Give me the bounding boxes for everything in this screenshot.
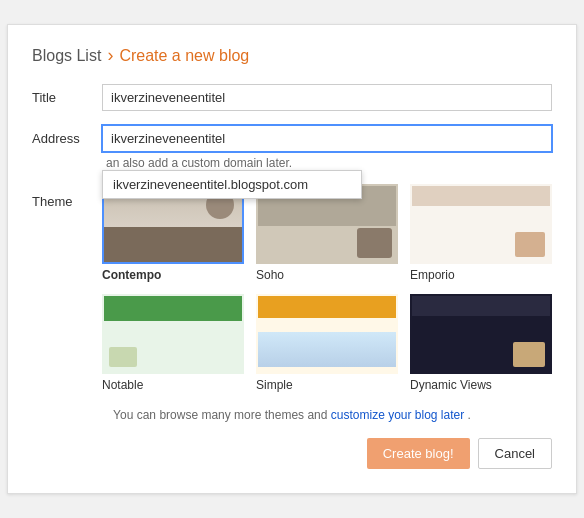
theme-thumbnail-emporio [410, 184, 552, 264]
cancel-button[interactable]: Cancel [478, 438, 552, 469]
address-input[interactable] [102, 125, 552, 152]
breadcrumb-parent: Blogs List [32, 47, 101, 65]
theme-grid: Contempo Soho Emporio Notable Simple Dyn [102, 184, 552, 392]
theme-name-emporio: Emporio [410, 268, 552, 282]
address-label: Address [32, 125, 102, 146]
title-input[interactable] [102, 84, 552, 111]
theme-label: Theme [32, 184, 102, 209]
address-field-container: ikverzineveneentitel.blogspot.com an als… [102, 125, 552, 170]
create-blog-button[interactable]: Create blog! [367, 438, 470, 469]
customize-link[interactable]: customize your blog later [331, 408, 464, 422]
theme-name-simple: Simple [256, 378, 398, 392]
theme-name-notable: Notable [102, 378, 244, 392]
address-hint: an also add a custom domain later. [102, 152, 552, 170]
theme-name-contempo: Contempo [102, 268, 244, 282]
theme-item-notable[interactable]: Notable [102, 294, 244, 392]
theme-item-dynamic[interactable]: Dynamic Views [410, 294, 552, 392]
theme-thumbnail-notable [102, 294, 244, 374]
theme-thumbnail-simple [256, 294, 398, 374]
theme-row: Theme Contempo Soho Emporio Notable Simp… [32, 184, 552, 392]
autocomplete-item[interactable]: ikverzineveneentitel.blogspot.com [103, 171, 361, 198]
create-blog-page: Blogs List › Create a new blog Title Add… [7, 24, 577, 494]
title-field-container [102, 84, 552, 111]
button-row: Create blog! Cancel [32, 438, 552, 469]
theme-name-soho: Soho [256, 268, 398, 282]
breadcrumb-separator: › [107, 45, 113, 66]
theme-item-simple[interactable]: Simple [256, 294, 398, 392]
breadcrumb: Blogs List › Create a new blog [32, 45, 552, 66]
address-row: Address ikverzineveneentitel.blogspot.co… [32, 125, 552, 170]
footer-text: You can browse many more themes and cust… [32, 408, 552, 422]
title-label: Title [32, 84, 102, 105]
title-row: Title [32, 84, 552, 111]
theme-name-dynamic: Dynamic Views [410, 378, 552, 392]
breadcrumb-current: Create a new blog [119, 47, 249, 65]
theme-thumbnail-dynamic [410, 294, 552, 374]
autocomplete-dropdown: ikverzineveneentitel.blogspot.com [102, 170, 362, 199]
theme-item-emporio[interactable]: Emporio [410, 184, 552, 282]
